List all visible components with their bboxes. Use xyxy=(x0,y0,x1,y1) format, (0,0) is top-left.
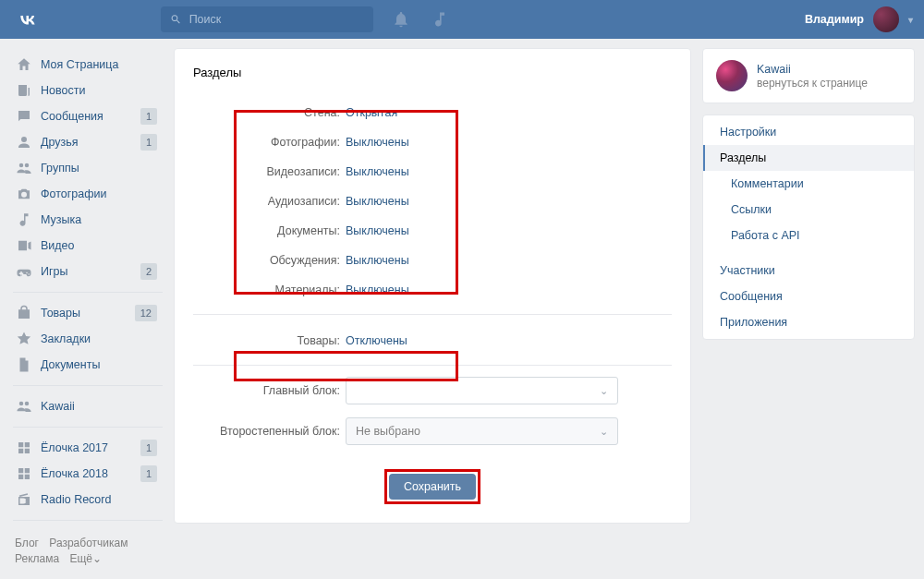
side-menu-item[interactable]: Работа с API xyxy=(703,223,914,248)
news-icon xyxy=(15,81,33,100)
games-icon xyxy=(15,262,33,281)
user-name[interactable]: Владимир xyxy=(805,13,864,26)
star-icon xyxy=(15,330,33,348)
secondary-block-select[interactable]: Не выбрано⌄ xyxy=(346,417,618,445)
music-icon xyxy=(15,211,33,229)
main-block-select[interactable]: ⌄ xyxy=(346,377,618,404)
app-icon xyxy=(15,439,33,457)
setting-value[interactable]: Открытая xyxy=(346,106,397,119)
nav-badge: 1 xyxy=(140,440,157,456)
nav-badge: 1 xyxy=(140,465,157,482)
setting-label: Материалы: xyxy=(193,283,346,296)
settings-panel: Разделы Стена:ОткрытаяФотографии:Выключе… xyxy=(174,48,691,524)
nav-item[interactable]: Видео xyxy=(11,233,163,259)
setting-value[interactable]: Выключены xyxy=(346,254,409,267)
setting-value[interactable]: Выключены xyxy=(346,224,409,237)
footer-link[interactable]: Разработчикам xyxy=(49,537,128,549)
search-input[interactable] xyxy=(189,13,364,26)
side-menu-item[interactable]: Разделы xyxy=(703,145,914,171)
page-title: Разделы xyxy=(175,49,690,92)
chevron-down-icon: ⌄ xyxy=(600,385,608,397)
side-menu-item[interactable]: Участники xyxy=(703,258,914,283)
friends-icon xyxy=(15,133,33,151)
doc-icon xyxy=(15,356,33,374)
nav-badge: 1 xyxy=(140,108,157,125)
nav-item[interactable]: Сообщения1 xyxy=(11,103,163,129)
footer-link[interactable]: Блог xyxy=(15,537,39,549)
nav-item[interactable]: Документы xyxy=(11,352,163,378)
nav-item[interactable]: Группы xyxy=(11,155,163,181)
chevron-down-icon: ⌄ xyxy=(600,426,608,438)
nav-item[interactable]: Друзья1 xyxy=(11,129,163,155)
setting-label: Аудиозаписи: xyxy=(193,195,346,208)
nav-item[interactable]: Моя Страница xyxy=(11,52,163,78)
save-button[interactable]: Сохранить xyxy=(389,474,476,500)
search-box[interactable] xyxy=(161,6,373,32)
nav-item[interactable]: Игры2 xyxy=(11,259,163,284)
app-icon xyxy=(15,464,33,483)
secondary-block-label: Второстепенный блок: xyxy=(193,425,346,438)
setting-value[interactable]: Выключены xyxy=(346,136,409,149)
nav-item[interactable]: Музыка xyxy=(11,207,163,233)
side-menu-item[interactable]: Комментарии xyxy=(703,171,914,197)
nav-label: Ёлочка 2017 xyxy=(41,441,108,454)
group-name[interactable]: Kawaii xyxy=(757,63,868,77)
msg-icon xyxy=(15,107,33,126)
setting-label: Стена: xyxy=(193,106,346,119)
music-icon[interactable] xyxy=(431,10,449,29)
nav-badge: 2 xyxy=(140,263,157,280)
nav-badge: 1 xyxy=(140,134,157,151)
group-avatar[interactable] xyxy=(716,60,748,91)
nav-item[interactable]: Kawaii xyxy=(11,393,163,419)
vk-logo[interactable] xyxy=(15,6,41,32)
setting-label: Обсуждения: xyxy=(193,254,346,267)
nav-label: Музыка xyxy=(41,213,81,226)
video-icon xyxy=(15,236,33,255)
setting-label: Видеозаписи: xyxy=(193,165,346,178)
nav-badge: 12 xyxy=(135,305,157,321)
nav-item[interactable]: Новости xyxy=(11,78,163,103)
nav-item[interactable]: Ёлочка 20171 xyxy=(11,435,163,461)
home-icon xyxy=(15,55,33,74)
side-menu-item[interactable]: Сообщения xyxy=(703,283,914,309)
nav-label: Документы xyxy=(41,358,100,371)
side-menu-item[interactable]: Ссылки xyxy=(703,197,914,223)
bag-icon xyxy=(15,304,33,322)
nav-label: Моя Страница xyxy=(41,58,118,71)
side-menu: НастройкиРазделыКомментарииСсылкиРабота … xyxy=(702,115,915,340)
nav-label: Закладки xyxy=(41,332,91,345)
setting-label-goods: Товары: xyxy=(193,334,346,347)
nav-item[interactable]: Ёлочка 20181 xyxy=(11,461,163,487)
nav-item[interactable]: Закладки xyxy=(11,326,163,352)
nav-label: Новости xyxy=(41,84,85,97)
footer-link[interactable]: Реклама xyxy=(15,552,59,565)
search-icon xyxy=(170,13,182,26)
groups-icon xyxy=(15,159,33,177)
radio-icon xyxy=(15,490,33,509)
setting-value[interactable]: Выключены xyxy=(346,283,409,296)
nav-item[interactable]: Radio Record xyxy=(11,487,163,513)
main-block-label: Главный блок: xyxy=(193,384,346,397)
back-to-page-link[interactable]: вернуться к странице xyxy=(757,77,868,90)
footer-links: Блог Разработчикам Реклама Ещё⌄ xyxy=(11,528,163,574)
setting-label: Фотографии: xyxy=(193,136,346,149)
side-menu-item[interactable]: Приложения xyxy=(703,309,914,335)
chevron-down-icon[interactable]: ▾ xyxy=(908,15,913,25)
nav-item[interactable]: Фотографии xyxy=(11,181,163,207)
setting-value-goods[interactable]: Отключены xyxy=(346,334,407,347)
avatar[interactable] xyxy=(873,6,899,32)
nav-label: Сообщения xyxy=(41,110,103,123)
nav-label: Radio Record xyxy=(41,493,111,506)
nav-item[interactable]: Товары12 xyxy=(11,300,163,326)
nav-label: Ёлочка 2018 xyxy=(41,467,108,480)
side-menu-item[interactable]: Настройки xyxy=(703,119,914,145)
groups-icon xyxy=(15,397,33,416)
nav-label: Друзья xyxy=(41,136,79,149)
setting-value[interactable]: Выключены xyxy=(346,165,409,178)
nav-label: Фотографии xyxy=(41,187,106,200)
bell-icon[interactable] xyxy=(392,10,410,29)
nav-label: Игры xyxy=(41,265,67,278)
footer-link[interactable]: Ещё⌄ xyxy=(69,552,102,565)
setting-label: Документы: xyxy=(193,224,346,237)
setting-value[interactable]: Выключены xyxy=(346,195,409,208)
